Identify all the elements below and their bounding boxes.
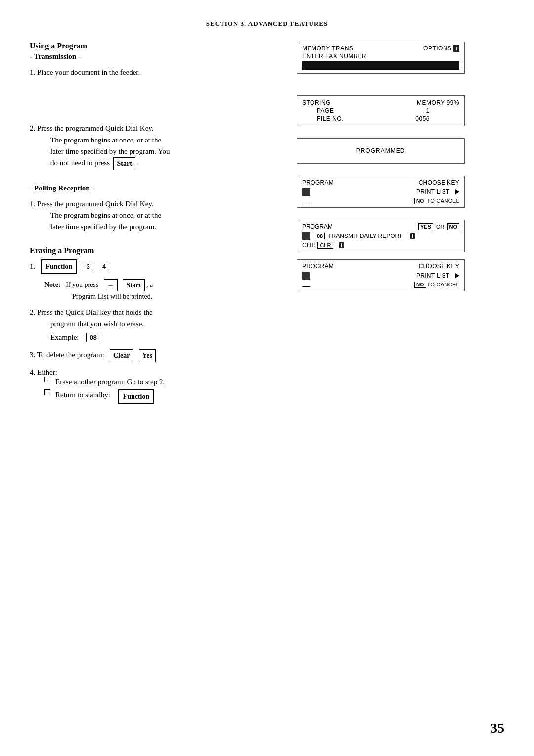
note-line2: , a [146,281,153,288]
lcd-fileno-row: FILE NO. 0056 [302,115,459,123]
lcd-program-yesno: PROGRAM YES OR NO 08 TRANSMIT DAILY REPO… [297,220,465,252]
print-list-label-2: PRINT LIST [416,272,449,279]
step-2-line1: 2. Press the programmed Quick Dial Key. [30,123,287,134]
return-standby: Return to standby: [55,389,110,401]
lcd-memory-pct: MEMORY 99% [417,99,459,106]
prog-icon-1 [302,188,310,196]
yes-box: YES [418,223,433,230]
no-box-yesno: NO [447,223,460,230]
prog-icon-2 [302,272,310,280]
main-content: Using a Program - Transmission - 1. Plac… [30,42,504,418]
lcd-program-choose-2-container: PROGRAM CHOOSE KEY PRINT LIST [297,259,465,291]
page-number: 35 [490,720,504,736]
step-2-line4: do not need to press Start . [50,157,287,170]
page-container: SECTION 3. ADVANCED FEATURES Using a Pro… [0,0,534,756]
using-program-heading: Using a Program [30,42,287,50]
prog-icon-row-1: PRINT LIST [302,188,459,196]
step2-line1: 2. Press the Quick Dial key that holds t… [30,307,287,318]
prog-icon-yesno [302,232,310,240]
polling-step1-line3: later time specified by the program. [50,221,287,233]
step-1-label: 1. Place your document in the feeder. [30,68,140,76]
section-header: SECTION 3. ADVANCED FEATURES [30,20,504,28]
lcd-storing-label: STORING [302,99,331,106]
lcd-options-label: OPTIONS i [423,45,459,52]
no-cancel-row-1: NO TO CANCEL [414,198,459,204]
clear-key[interactable]: Clear [110,349,133,362]
no-cancel-row-2: NO TO CANCEL [414,282,459,288]
info-icon-2: i [339,242,344,248]
erasing-heading: Erasing a Program [30,246,287,255]
note-line1: If you press [66,281,98,288]
erasing-step1: 1. Function 3 4 [30,259,287,274]
lcd-page-row: PAGE 1 [302,107,459,115]
prog-yesno-label: PROGRAM [302,223,333,230]
lcd-storing-top: STORING MEMORY 99% [302,99,459,107]
left-column: Using a Program - Transmission - 1. Plac… [30,42,287,418]
function-key-2[interactable]: Function [118,389,155,404]
num4-key[interactable]: 4 [99,262,109,271]
lcd-page-label: PAGE [317,107,334,114]
erase-another: Erase another program: Go to step 2. [55,377,165,388]
prog-underline-row-1: NO TO CANCEL [302,198,459,204]
example-num[interactable]: 08 [86,333,100,342]
note-line3: Program List will be printed. [72,293,152,300]
prog-print-list-2: PRINT LIST [416,272,459,279]
options-btn-icon: i [453,45,459,52]
prog-top-row-1: PROGRAM CHOOSE KEY [302,179,459,186]
or-text: OR [436,224,445,230]
step2-example-row: Example: 08 [30,332,287,343]
prog-underline-1 [302,199,310,203]
clr-btn: CLR [317,242,333,249]
to-cancel-text-2: TO CANCEL [427,282,459,288]
lcd-memory-trans: MEMORY TRANS OPTIONS i ENTER FAX NUMBER [297,42,465,74]
choose-key-label-1: CHOOSE KEY [419,179,459,186]
lcd-storing-container: STORING MEMORY 99% PAGE 1 FILE NO. 0056 [297,95,465,126]
print-list-arrow-1 [455,189,459,194]
polling-reception-section: - Polling Reception - 1. Press the progr… [30,184,287,233]
lcd-memory-top-row: MEMORY TRANS OPTIONS i [302,45,459,52]
checkbox-row-2: Return to standby: Function [44,389,287,404]
start-key-2[interactable]: Start [123,279,144,291]
print-list-label-1: PRINT LIST [416,189,449,195]
lcd-fileno-value: 0056 [415,115,430,122]
step-2-line2: The program begins at once, or at the [50,135,287,146]
step-2-line3: later time specified by the program. You [50,146,287,157]
lcd-program-choose-2: PROGRAM CHOOSE KEY PRINT LIST [297,259,465,291]
prog-print-list-1: PRINT LIST [416,189,459,195]
yesno-num: 08 [315,233,325,239]
start-key-1[interactable]: Start [113,157,135,170]
num3-key[interactable]: 3 [83,262,93,271]
yesno-options: YES OR NO [418,223,459,230]
transmit-label: TRANSMIT DAILY REPORT [328,233,402,239]
prog-icon-row-2: PRINT LIST [302,272,459,280]
lcd-memory-trans-label: MEMORY TRANS [302,45,353,52]
step3-line1: 3. To delete the program: [30,351,104,359]
step-2-block: 2. Press the programmed Quick Dial Key. … [30,123,287,170]
clr-label: CLR: [302,242,315,249]
prog-underline-row-2: NO TO CANCEL [302,282,459,288]
note-label: Note: [44,281,61,288]
yesno-num-row: 08 TRANSMIT DAILY REPORT i [302,232,459,240]
example-label: Example: [50,333,79,341]
section-header-text: SECTION 3. ADVANCED FEATURES [206,20,328,27]
polling-step1: 1. Press the programmed Quick Dial Key. … [30,198,287,233]
info-icon: i [410,233,415,239]
checkbox-icon-1 [44,377,50,382]
right-column: MEMORY TRANS OPTIONS i ENTER FAX NUMBER [287,42,465,418]
step4-label: 4. Either: [30,368,287,377]
lcd-programmed: PROGRAMMED [297,138,465,164]
checkbox-icon-2 [44,389,50,395]
programmed-text: PROGRAMMED [356,147,405,154]
choose-key-label-2: CHOOSE KEY [419,263,459,270]
lcd-program-choose-1: PROGRAM CHOOSE KEY PRINT LIST [297,176,465,208]
erasing-step1-label: 1. [30,262,35,270]
yes-key[interactable]: Yes [139,349,156,362]
erasing-step4: 4. Either: Erase another program: Go to … [30,368,287,404]
lcd-programmed-container: PROGRAMMED [297,138,465,164]
function-key-1[interactable]: Function [41,259,78,274]
note-block: Note: If you press → Start , a Program L… [44,279,287,302]
lcd-fileno-label: FILE NO. [317,115,344,122]
no-box-1: NO [414,198,426,204]
to-cancel-text-1: TO CANCEL [427,198,459,204]
transmission-subheading: - Transmission - [30,52,287,61]
